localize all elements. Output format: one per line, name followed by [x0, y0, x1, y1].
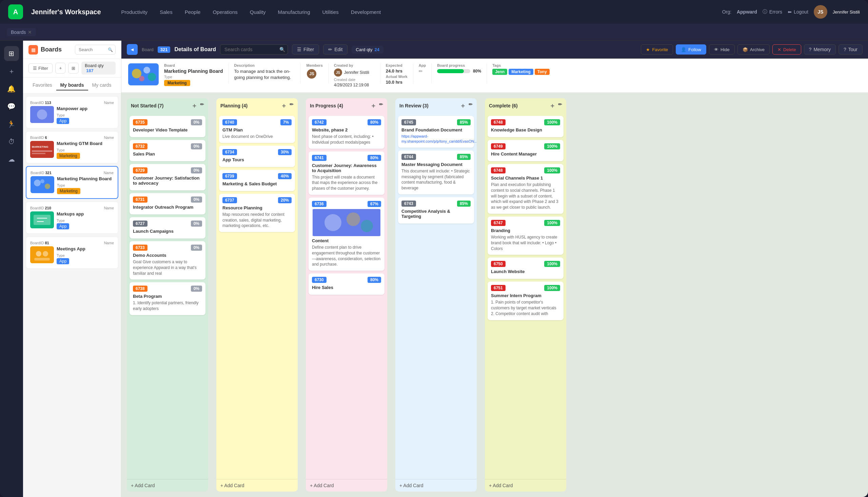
board-label: Board [142, 47, 154, 52]
card-6735[interactable]: 6735 0% Developer Video Template [129, 116, 206, 137]
card-6732[interactable]: 6732 0% Sales Plan [129, 140, 206, 161]
col-add-btn[interactable]: ＋ [191, 102, 197, 110]
card-6737[interactable]: 6737 20% Resource Planning Map resources… [219, 194, 295, 232]
add-card-in-review[interactable]: + Add Card [395, 479, 477, 492]
logout-btn[interactable]: ⬅ Logout [788, 9, 808, 15]
member-avatar-1: JS [306, 68, 317, 79]
nav-utilities[interactable]: Utilities [317, 6, 344, 18]
filter-icon: ☰ [33, 66, 37, 71]
nav-people[interactable]: People [179, 6, 206, 18]
card-6749[interactable]: 6749 100% Hire Content Manager [487, 140, 564, 161]
card-6727[interactable]: 6727 0% Launch Campaigns [129, 217, 206, 239]
card-6742[interactable]: 6742 80% Website, phase 2 Next phase of … [308, 116, 385, 149]
edit-icon[interactable]: ✏ [419, 68, 426, 74]
sidebar-bell-icon[interactable]: 🔔 [4, 81, 19, 96]
svg-point-26 [361, 220, 373, 232]
breadcrumb-boards[interactable]: Boards ✕ [7, 28, 36, 36]
card-6748b[interactable]: 6748 100% Social Channels Phase 1 Plan a… [487, 164, 564, 214]
sidebar-add-icon[interactable]: ＋ [4, 64, 19, 79]
svg-rect-5 [32, 153, 45, 154]
archive-btn[interactable]: 📦 Archive [738, 44, 770, 55]
tour-btn[interactable]: ? Tour [839, 44, 863, 55]
card-6743[interactable]: 6743 85% Competitive Analysis & Targetin… [398, 197, 474, 224]
card-6740[interactable]: 6740 7% GTM Plan Live document on OneDri… [219, 116, 295, 143]
description-section: Description To manage and track the on-g… [234, 63, 295, 81]
boards-header: ▦ Boards 🔍 [23, 41, 121, 59]
nav-sales[interactable]: Sales [154, 6, 178, 18]
card-6736[interactable]: 6736 67% Content Define content plan to … [308, 198, 385, 271]
card-6739[interactable]: 6739 40% Marketing & Sales Budget [219, 170, 295, 191]
col-edit-btn[interactable]: ✏ [469, 102, 473, 110]
search-cards-input[interactable] [220, 44, 288, 55]
nav-quality[interactable]: Quality [245, 6, 271, 18]
col-edit-btn[interactable]: ✏ [290, 102, 294, 110]
nav-operations[interactable]: Operations [207, 6, 243, 18]
breadcrumb-bar: Boards ✕ [0, 24, 868, 41]
card-6733[interactable]: 6733 0% Demo Accounts Goal Give customer… [129, 241, 206, 280]
column-not-started: Not Started (7) ＋ ✏ 6735 0% Develo [127, 98, 208, 492]
card-6750[interactable]: 6750 100% Launch Website [487, 257, 564, 279]
col-add-btn[interactable]: ＋ [281, 102, 287, 110]
boards-title: Boards [41, 46, 72, 53]
boards-filter-btn[interactable]: ☰ Filter [28, 63, 53, 73]
add-card-not-started[interactable]: + Add Card [127, 479, 208, 492]
card-6751[interactable]: 6751 100% Summer Intern Program 1. Pain … [487, 282, 564, 320]
boards-nav: Favorites My boards My cards [23, 77, 121, 94]
edit-btn[interactable]: ✏ Edit [323, 44, 347, 55]
card-qty-display: Card qty 24 [352, 46, 384, 54]
card-6729[interactable]: 6729 0% Customer Journey: Satisfaction t… [129, 164, 206, 190]
tag-marketing: Marketing [509, 69, 533, 75]
col-add-btn[interactable]: ＋ [549, 102, 555, 110]
board-item[interactable]: BoardID 210 Name Markups app Type App [26, 202, 118, 234]
nav-my-boards[interactable]: My boards [56, 80, 88, 90]
user-avatar[interactable]: JS [814, 5, 827, 19]
breadcrumb-close-icon[interactable]: ✕ [28, 29, 32, 35]
board-id-badge: 321 [158, 46, 170, 53]
card-6745[interactable]: 6745 85% Brand Foundation Document https… [398, 116, 474, 148]
col-edit-btn[interactable]: ✏ [200, 102, 204, 110]
back-btn[interactable]: ◄ [127, 44, 138, 55]
card-6748[interactable]: 6748 100% Knowledge Base Design [487, 116, 564, 137]
board-item[interactable]: BoardID 81 Name Meetings App Type App [26, 237, 118, 269]
col-add-btn[interactable]: ＋ [370, 102, 376, 110]
nav-manufacturing[interactable]: Manufacturing [272, 6, 315, 18]
col-edit-btn[interactable]: ✏ [379, 102, 383, 110]
card-6741[interactable]: 6741 80% Customer Journey: Awareness to … [308, 152, 385, 195]
delete-btn[interactable]: ✕ Delete [772, 44, 801, 55]
card-6738[interactable]: 6738 0% Beta Program 1. Identify potenti… [129, 282, 206, 315]
sidebar-activity-icon[interactable]: 🏃 [4, 116, 19, 131]
board-item-active[interactable]: BoardID 321 Name Marketing Planning Boar… [26, 166, 118, 199]
board-item[interactable]: BoardID 6 Name MARKETING Marketing GTM B… [26, 131, 118, 163]
nav-development[interactable]: Development [345, 6, 386, 18]
svg-text:MARKETING: MARKETING [32, 145, 48, 148]
board-item[interactable]: BoardID 113 Name Manpower app Type App [26, 96, 118, 128]
boards-copy-btn[interactable]: ⊞ [68, 63, 79, 73]
nav-right: Org: Appward ⓘ Errors ⬅ Logout JS Jennif… [722, 5, 860, 19]
progress-section: Board progress 80% [437, 63, 481, 73]
card-6734[interactable]: 6734 30% App Tours [219, 146, 295, 167]
add-card-in-progress[interactable]: + Add Card [306, 479, 387, 492]
sidebar-clock-icon[interactable]: ⏱ [4, 134, 19, 149]
card-6731[interactable]: 6731 0% Integrator Outreach Program [129, 193, 206, 214]
errors-btn[interactable]: ⓘ Errors [762, 9, 782, 15]
add-card-planning[interactable]: + Add Card [216, 479, 298, 492]
sidebar-grid-icon[interactable]: ⊞ [4, 46, 19, 61]
sidebar-chat-icon[interactable]: 💬 [4, 99, 19, 114]
app-logo: A [8, 4, 23, 19]
col-add-btn[interactable]: ＋ [460, 102, 466, 110]
col-edit-btn[interactable]: ✏ [558, 102, 562, 110]
sidebar-cloud-icon[interactable]: ☁ [4, 152, 19, 167]
card-6747[interactable]: 6747 100% Branding Working with HUSL age… [487, 216, 564, 255]
filter-btn[interactable]: ☰ Filter [292, 44, 319, 55]
favorite-btn[interactable]: ★ Favorite [641, 44, 673, 55]
card-6730[interactable]: 6730 80% Hire Sales [308, 273, 385, 295]
follow-btn[interactable]: 👤 Follow [676, 44, 706, 55]
boards-add-btn[interactable]: ＋ [55, 63, 66, 73]
memory-btn[interactable]: ? Memory [804, 44, 836, 55]
nav-productivity[interactable]: Productivity [116, 6, 153, 18]
nav-my-cards[interactable]: My cards [88, 80, 115, 90]
nav-favorites[interactable]: Favorites [28, 80, 56, 90]
hide-btn[interactable]: 👁 Hide [709, 44, 735, 55]
card-6744[interactable]: 6744 85% Master Messaging Document This … [398, 151, 474, 195]
add-card-complete[interactable]: + Add Card [485, 479, 566, 492]
